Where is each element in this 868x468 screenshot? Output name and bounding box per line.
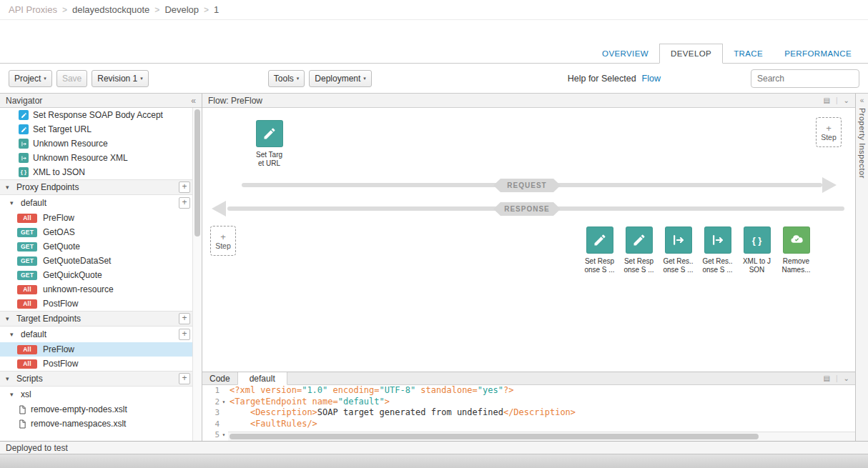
deployment-button[interactable]: Deployment ▾	[309, 70, 372, 87]
breadcrumb-item-1[interactable]: 1	[214, 4, 219, 15]
search-input[interactable]	[751, 69, 859, 88]
collapse-caret-icon[interactable]: ▾	[10, 331, 16, 338]
flow-policy-set-resp-onse-s[interactable]: Set Response S ...	[580, 226, 619, 274]
method-badge: All	[17, 299, 37, 309]
tab-develop-1[interactable]: DEVELOP	[659, 44, 723, 64]
file-icon	[19, 405, 26, 414]
navigator-header: Navigator «	[0, 94, 202, 108]
fold-caret-icon[interactable]: ▾	[220, 397, 228, 408]
breadcrumb-item-delayedstockquote[interactable]: delayedstockquote	[72, 4, 149, 15]
deployment-button-label: Deployment	[315, 74, 360, 84]
expand-inspector-icon[interactable]: «	[860, 96, 864, 104]
navigator-policy-unknown-resource[interactable]: Unknown Resource	[0, 136, 202, 151]
navigator-flow-preflow[interactable]: AllPreFlow	[0, 211, 202, 225]
navigator-scrollbar[interactable]	[192, 108, 202, 441]
scrollbar-thumb[interactable]	[194, 109, 200, 237]
flow-canvas: + Step Set Target URL REQUEST RESPONSE +…	[202, 108, 855, 372]
add-button[interactable]: +	[179, 329, 190, 340]
collapse-panel-icon[interactable]: ⌄	[844, 374, 849, 382]
fold-caret-icon[interactable]: ▾	[220, 429, 228, 441]
pencil-icon	[19, 124, 29, 134]
navigator-policy-unknown-resource-xml[interactable]: Unknown Resource XML	[0, 151, 202, 165]
breadcrumb: API Proxies>delayedstockquote>Develop>1	[0, 0, 868, 20]
navigator-title: Navigator	[6, 96, 42, 106]
tools-button[interactable]: Tools ▾	[268, 70, 305, 87]
section-label: Proxy Endpoints	[16, 182, 79, 192]
breadcrumb-item-api-proxies[interactable]: API Proxies	[9, 4, 57, 15]
tab-trace[interactable]: TRACE	[723, 44, 774, 63]
line-number: 2	[202, 397, 220, 408]
response-label-tag: RESPONSE	[493, 202, 561, 216]
add-button[interactable]: +	[179, 313, 190, 324]
flow-policy-xml-to-j-son[interactable]: { }XML to JSON	[737, 226, 776, 274]
navigator-section-scripts[interactable]: ▾Scripts+	[0, 371, 202, 387]
split-view-icon[interactable]: ▤	[824, 96, 830, 104]
navigator-flow-getquote[interactable]: GETGetQuote	[0, 239, 202, 254]
project-button[interactable]: Project ▾	[9, 70, 52, 87]
method-badge: All	[17, 345, 37, 354]
main-area: Navigator « Set Response SOAP Body Accep…	[0, 94, 868, 441]
code-line-text: <?xml version="1.0" encoding="UTF-8" sta…	[228, 385, 513, 397]
navigator-policy-xml-to-json[interactable]: { }XML to JSON	[0, 165, 202, 179]
navigator-policy-set-target-url[interactable]: Set Target URL	[0, 122, 202, 136]
add-step-button-request[interactable]: + Step	[816, 117, 842, 147]
add-button[interactable]: +	[179, 181, 190, 193]
navigator-flow-postflow[interactable]: AllPostFlow	[0, 297, 202, 311]
flow-policy-get-res-onse-s-1[interactable]: Get Res..onse S ...	[698, 226, 737, 274]
save-button[interactable]: Save	[56, 70, 87, 87]
navigator-subsection-default-1[interactable]: ▾default+	[0, 327, 202, 342]
flow-policy-remove-names[interactable]: RemoveNames...	[776, 226, 816, 274]
code-tab-default[interactable]: default	[237, 372, 287, 385]
collapse-caret-icon[interactable]: ▾	[6, 184, 12, 191]
navigator-flow-unknown-resource-1[interactable]: Allunknown-resource	[0, 282, 202, 297]
scrollbar-thumb[interactable]	[230, 434, 759, 439]
callout-icon	[704, 226, 731, 254]
line-number: 3	[202, 407, 220, 419]
navigator-flow-preflow-1[interactable]: AllPreFlow	[0, 342, 202, 357]
code-horizontal-scrollbar[interactable]	[228, 432, 855, 441]
navigator-file-remove-namespaces-xslt[interactable]: remove-namespaces.xslt	[0, 417, 202, 431]
navigator-flow-getquotedataset[interactable]: GETGetQuoteDataSet	[0, 254, 202, 268]
add-step-button-response[interactable]: + Step	[210, 226, 236, 256]
collapse-caret-icon[interactable]: ▾	[10, 199, 16, 206]
flow-policy-label: XML to JSON	[743, 257, 771, 274]
code-header: Code default ▤ | ⌄	[202, 372, 855, 385]
code-line: 2▾<TargetEndpoint name="default">	[202, 397, 855, 408]
code-panel: Code default ▤ | ⌄ 1<?xml version="1.0" …	[202, 372, 855, 441]
flow-label: unknown-resource	[43, 284, 114, 294]
navigator-section-proxy-endpoints[interactable]: ▾Proxy Endpoints+	[0, 179, 202, 195]
collapse-navigator-icon[interactable]: «	[191, 96, 196, 106]
fold-gutter	[220, 407, 228, 419]
tab-overview[interactable]: OVERVIEW	[591, 44, 659, 63]
navigator-flow-postflow-1[interactable]: AllPostFlow	[0, 357, 202, 371]
navigator-subsection-default[interactable]: ▾default+	[0, 195, 202, 211]
tab-performance[interactable]: PERFORMANCE	[774, 44, 862, 63]
editor-area: Flow: PreFlow ▤ | ⌄ + Step Set Target UR…	[202, 94, 855, 441]
collapse-caret-icon[interactable]: ▾	[6, 375, 12, 382]
help-flow-link[interactable]: Flow	[642, 74, 661, 84]
breadcrumb-item-develop[interactable]: Develop	[164, 4, 199, 15]
navigator-subsection-xsl[interactable]: ▾xsl	[0, 387, 202, 402]
navigator-flow-getquickquote[interactable]: GETGetQuickQuote	[0, 268, 202, 282]
add-button[interactable]: +	[179, 197, 190, 209]
section-label: xsl	[21, 389, 31, 399]
flow-policy-set-targ-et-url[interactable]: Set Target URL	[250, 120, 289, 168]
collapse-caret-icon[interactable]: ▾	[10, 391, 16, 398]
navigator-file-remove-empty-nodes-xslt[interactable]: remove-empty-nodes.xslt	[0, 402, 202, 417]
navigator-section-target-endpoints[interactable]: ▾Target Endpoints+	[0, 311, 202, 327]
flow-policy-set-resp-onse-s-1[interactable]: Set Response S ...	[619, 226, 659, 274]
method-badge: GET	[17, 257, 37, 266]
split-view-icon[interactable]: ▤	[824, 374, 830, 382]
tabs: OVERVIEWDEVELOPTRACEPERFORMANCE	[0, 20, 868, 64]
navigator-flow-getoas[interactable]: GETGetOAS	[0, 225, 202, 239]
flow-policy-get-res-onse-s[interactable]: Get Res..onse S ...	[659, 226, 698, 274]
braces-icon: { }	[19, 167, 29, 177]
property-inspector-panel: « Property Inspector	[855, 94, 868, 441]
code-editor[interactable]: 1<?xml version="1.0" encoding="UTF-8" st…	[202, 385, 855, 441]
add-button[interactable]: +	[179, 373, 190, 384]
revision-button[interactable]: Revision 1 ▾	[92, 70, 149, 87]
collapse-caret-icon[interactable]: ▾	[6, 315, 12, 322]
navigator-policy-set-response-soap-body-accept[interactable]: Set Response SOAP Body Accept	[0, 108, 202, 122]
tools-button-label: Tools	[274, 74, 294, 84]
collapse-panel-icon[interactable]: ⌄	[844, 96, 849, 104]
